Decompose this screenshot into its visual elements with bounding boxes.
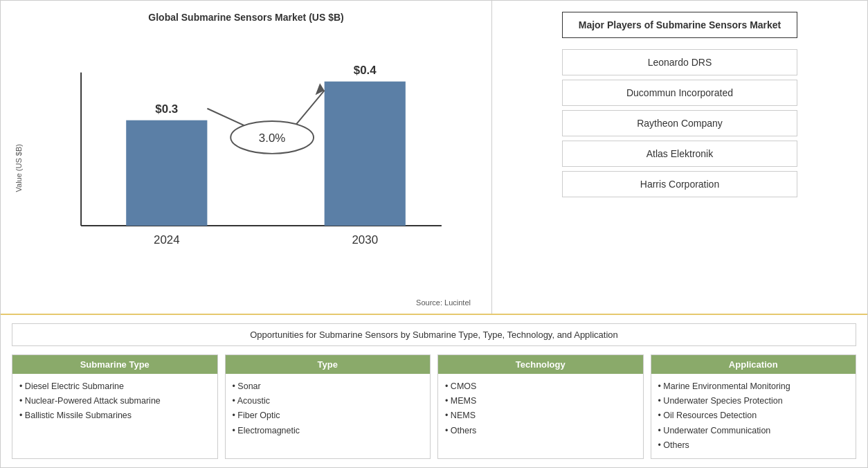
column-body-type: Sonar Acoustic Fiber Optic Electromagnet… xyxy=(226,374,431,444)
player-item-0: Leonardo DRS xyxy=(562,49,797,75)
list-item-app-0: Marine Environmental Monitoring xyxy=(658,379,849,394)
chart-area: Global Submarine Sensors Market (US $B) … xyxy=(1,1,492,314)
list-item-tech-3: Others xyxy=(445,424,636,438)
list-item-type-1: Acoustic xyxy=(233,394,424,408)
top-section: Global Submarine Sensors Market (US $B) … xyxy=(1,1,867,315)
column-application: Application Marine Environmental Monitor… xyxy=(651,354,857,459)
list-item-type-3: Electromagnetic xyxy=(233,424,424,438)
list-item-app-4: Others xyxy=(658,438,849,453)
list-item-tech-1: MEMS xyxy=(445,394,636,408)
column-submarine-type: Submarine Type Diesel Electric Submarine… xyxy=(12,354,218,459)
column-type: Type Sonar Acoustic Fiber Optic Electrom… xyxy=(225,354,431,459)
main-container: Global Submarine Sensors Market (US $B) … xyxy=(0,0,868,468)
player-item-1: Ducommun Incorporated xyxy=(562,80,797,106)
list-item-submarine-2: Ballistic Missile Submarines xyxy=(19,408,210,423)
player-item-4: Harris Corporation xyxy=(562,171,797,197)
column-body-application: Marine Environmental Monitoring Underwat… xyxy=(651,374,856,458)
cagr-label: 3.0% xyxy=(259,132,286,145)
list-item-app-3: Underwater Communication xyxy=(658,424,849,438)
column-header-application: Application xyxy=(651,355,856,374)
chart-title: Global Submarine Sensors Market (US $B) xyxy=(148,12,343,23)
y-axis-label: Value (US $B) xyxy=(15,144,23,192)
players-title: Major Players of Submarine Sensors Marke… xyxy=(562,12,797,38)
players-area: Major Players of Submarine Sensors Marke… xyxy=(492,1,867,314)
column-header-submarine-type: Submarine Type xyxy=(12,355,217,374)
opportunities-title: Opportunities for Submarine Sensors by S… xyxy=(12,323,856,346)
bottom-section: Opportunities for Submarine Sensors by S… xyxy=(1,315,867,467)
chart-svg: $0.3 $0.4 3.0% xyxy=(27,30,478,296)
x-label-2024: 2024 xyxy=(154,233,180,246)
player-item-2: Raytheon Company xyxy=(562,110,797,136)
list-item-type-0: Sonar xyxy=(233,379,424,394)
columns-container: Submarine Type Diesel Electric Submarine… xyxy=(12,354,856,459)
column-header-type: Type xyxy=(226,355,431,374)
column-body-submarine-type: Diesel Electric Submarine Nuclear-Powere… xyxy=(12,374,217,429)
x-label-2030: 2030 xyxy=(352,233,378,246)
list-item-tech-0: CMOS xyxy=(445,379,636,394)
list-item-tech-2: NEMS xyxy=(445,408,636,423)
bar-label-2030: $0.4 xyxy=(354,64,377,77)
column-header-technology: Technology xyxy=(438,355,643,374)
column-technology: Technology CMOS MEMS NEMS Others xyxy=(437,354,644,459)
source-label: Source: Lucintel xyxy=(27,298,478,307)
list-item-type-2: Fiber Optic xyxy=(233,408,424,423)
list-item-app-1: Underwater Species Protection xyxy=(658,394,849,408)
bar-2024 xyxy=(126,120,207,226)
bar-2030 xyxy=(325,82,406,226)
cagr-arrowhead xyxy=(316,83,325,95)
list-item-submarine-1: Nuclear-Powered Attack submarine xyxy=(19,394,210,408)
cagr-arrow-right xyxy=(293,91,325,129)
column-body-technology: CMOS MEMS NEMS Others xyxy=(438,374,643,444)
list-item-app-2: Oil Resources Detection xyxy=(658,408,849,423)
player-item-3: Atlas Elektronik xyxy=(562,141,797,167)
list-item-submarine-0: Diesel Electric Submarine xyxy=(19,379,210,394)
bar-label-2024: $0.3 xyxy=(155,102,178,116)
